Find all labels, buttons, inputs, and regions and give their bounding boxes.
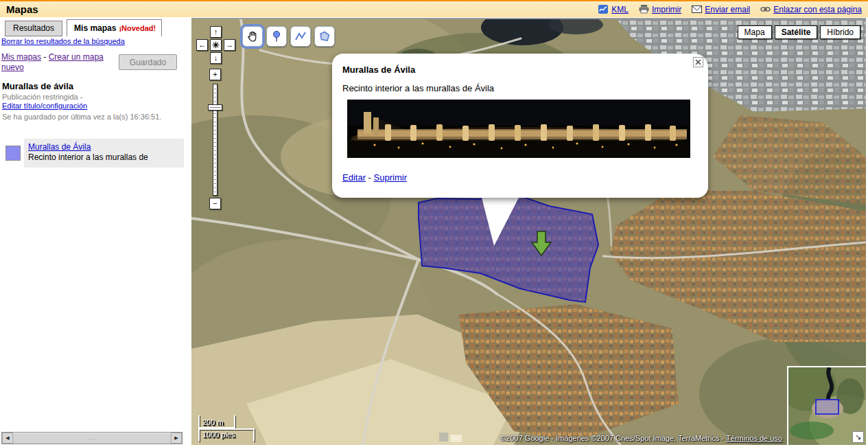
polyline-icon	[294, 30, 307, 43]
recenter-icon	[212, 41, 220, 49]
scale-metric-label: 200 m	[202, 418, 224, 426]
feature-color-swatch[interactable]	[5, 146, 21, 161]
link-to-page[interactable]: Enlazar con esta página	[760, 5, 862, 14]
maptype-hibrido-button[interactable]: Híbrido	[820, 25, 860, 39]
scroll-right-icon[interactable]: ▶	[171, 433, 182, 444]
last-saved-text: Se ha guardado por última vez a la(s) 16…	[2, 112, 163, 122]
zoom-in-button[interactable]: +	[209, 69, 221, 80]
map-type-switcher: Mapa Satélite Híbrido	[738, 25, 860, 39]
page-title: Mapas	[6, 3, 38, 15]
sidebar-horizontal-scrollbar[interactable]: ◀ ··· ▶	[1, 432, 183, 444]
scroll-left-icon[interactable]: ◀	[2, 433, 13, 444]
arrow-right-icon: →	[226, 41, 233, 49]
print-link[interactable]: Imprimir	[639, 5, 681, 14]
arrow-down-icon: ↓	[214, 54, 218, 62]
minus-icon: −	[213, 200, 217, 207]
map-canvas[interactable]: ↑ ← → ↓ + − Mapa	[191, 18, 866, 445]
terms-link[interactable]: Términos de uso	[726, 434, 782, 442]
pan-down-button[interactable]: ↓	[210, 52, 222, 64]
pan-center-button[interactable]	[210, 39, 222, 51]
map-copyright: ©2007 Google - Imágenes ©2007 Cnes/Spot …	[500, 434, 782, 442]
edit-feature-link[interactable]: Editar	[342, 172, 366, 183]
arrow-up-icon: ↑	[214, 28, 218, 36]
novedad-badge: ¡Novedad!	[119, 24, 156, 32]
saved-button[interactable]: Guardado	[119, 54, 177, 70]
scale-bar-metric: 200 m	[198, 415, 235, 428]
collapse-arrow-icon: ↘	[855, 433, 861, 442]
infowindow-description: Recinto interior a las murallas de Ávila	[342, 83, 494, 93]
line-tool-button[interactable]	[290, 26, 311, 47]
link-separator: -	[43, 52, 46, 62]
plus-icon: +	[213, 71, 217, 78]
mis-mapas-link[interactable]: Mis mapas	[1, 52, 41, 62]
scale-imperial-label: 1000 pies	[202, 431, 235, 439]
publication-status: Publicación restringida -	[2, 93, 82, 101]
arrow-left-icon: ←	[198, 41, 206, 49]
sidebar-tabs: Resultados Mis mapas¡Novedad!	[5, 19, 162, 36]
watermark-fragment	[439, 433, 448, 442]
feature-title-link[interactable]: Murallas de Ávila	[28, 142, 91, 152]
header-links: KML Imprimir Enviar email Enlazar con es…	[598, 5, 862, 14]
pan-up-button[interactable]: ↑	[210, 26, 222, 38]
close-icon	[695, 59, 701, 65]
tab-mis-mapas[interactable]: Mis mapas¡Novedad!	[67, 19, 162, 36]
avila-walls-night-photo	[347, 100, 690, 158]
printer-icon	[639, 5, 649, 14]
marker-tool-button[interactable]	[266, 26, 287, 47]
sidebar: Resultados Mis mapas¡Novedad! Borrar los…	[0, 18, 191, 447]
map-title: Murallas de ávila	[2, 81, 73, 91]
delete-feature-link[interactable]: Suprimir	[374, 172, 407, 183]
overview-viewport-rect	[816, 400, 838, 414]
infowindow-title: Murallas de Ávila	[342, 65, 415, 75]
drawing-toolbar	[242, 26, 335, 47]
kml-icon	[598, 5, 609, 14]
watermark-fragment	[450, 435, 462, 442]
my-maps-row: Guardado Mis mapas - Crear un mapa nuevo	[1, 52, 187, 73]
kml-link[interactable]: KML	[598, 5, 629, 14]
scrollbar-thumb[interactable]: ···	[13, 433, 171, 444]
hand-tool-button[interactable]	[242, 26, 263, 47]
hand-icon	[246, 30, 259, 43]
infowindow-tail	[473, 192, 535, 251]
email-icon	[692, 5, 702, 14]
link-icon	[760, 5, 771, 14]
scale-bar-imperial: 1000 pies	[198, 428, 255, 442]
polygon-tool-button[interactable]	[314, 26, 335, 47]
maptype-satelite-button[interactable]: Satélite	[775, 25, 818, 39]
email-link[interactable]: Enviar email	[692, 5, 750, 14]
infowindow-close-button[interactable]	[693, 57, 703, 67]
feature-description: Recinto interior a las murallas de	[28, 152, 180, 162]
google-maps-app: Mapas KML Imprimir Enviar email	[0, 0, 868, 447]
overview-map[interactable]: ↘	[787, 366, 866, 445]
pan-right-button[interactable]: →	[224, 39, 235, 51]
tab-resultados[interactable]: Resultados	[5, 21, 62, 36]
zoom-ticks	[214, 85, 216, 194]
feature-list-item[interactable]: Murallas de Ávila Recinto interior a las…	[24, 139, 184, 168]
zoom-slider-handle[interactable]	[208, 104, 222, 111]
marker-icon	[270, 30, 283, 43]
pan-left-button[interactable]: ←	[196, 39, 208, 51]
clear-results-link[interactable]: Borrar los resultados de la búsqueda	[1, 37, 125, 45]
infowindow-actions: Editar - Suprimir	[342, 172, 407, 183]
maptype-mapa-button[interactable]: Mapa	[738, 25, 772, 39]
zoom-slider-track[interactable]	[213, 84, 218, 196]
app-header: Mapas KML Imprimir Enviar email	[0, 0, 868, 17]
overview-collapse-button[interactable]: ↘	[852, 431, 864, 443]
edit-settings-link[interactable]: Editar título/configuración	[2, 102, 87, 110]
zoom-out-button[interactable]: −	[209, 198, 221, 209]
infowindow: Murallas de Ávila Recinto interior a las…	[332, 54, 708, 198]
polygon-icon	[318, 30, 331, 43]
action-separator: -	[368, 172, 371, 183]
